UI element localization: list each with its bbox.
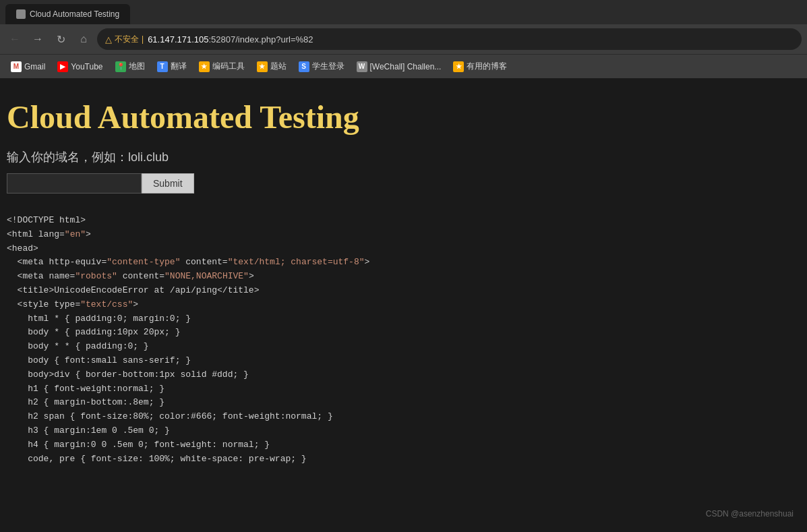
translate-icon: T (157, 61, 168, 72)
active-tab[interactable]: Cloud Automated Testing (5, 4, 130, 24)
address-text: 61.147.171.105:52807/index.php?url=%82 (148, 34, 794, 45)
bookmark-tools-label: 编码工具 (212, 61, 245, 72)
code-line-11: body { font:small sans-serif; } (7, 354, 800, 368)
bookmark-maps[interactable]: 📍 地图 (110, 58, 150, 75)
topics-icon: ★ (257, 61, 268, 72)
home-button[interactable]: ⌂ (74, 30, 93, 49)
page-content: Cloud Automated Testing 输入你的域名，例如：loli.c… (0, 78, 807, 532)
back-button[interactable]: ← (5, 30, 24, 49)
tab-bar: Cloud Automated Testing (0, 0, 807, 24)
maps-icon: 📍 (115, 61, 126, 72)
address-domain: 61.147.171.105 (148, 34, 208, 45)
code-line-5: <meta name="robots" content="NONE,NOARCH… (7, 270, 800, 284)
bookmark-translate[interactable]: T 翻译 (152, 58, 192, 75)
bookmark-translate-label: 翻译 (171, 61, 187, 72)
forward-button[interactable]: → (28, 30, 47, 49)
bookmark-youtube-label: YouTube (71, 62, 102, 71)
bookmarks-bar: M Gmail ▶ YouTube 📍 地图 T 翻译 ★ 编码工具 ★ 题站 … (0, 54, 807, 78)
code-display: <!DOCTYPE html> <html lang="en"> <head> … (0, 214, 807, 466)
code-line-15: h2 span { font-size:80%; color:#666; fon… (7, 410, 800, 424)
code-line-12: body>div { border-bottom:1px solid #ddd;… (7, 368, 800, 382)
bookmark-tools[interactable]: ★ 编码工具 (193, 58, 250, 75)
watermark: CSDN @asenzhenshuai (706, 509, 794, 519)
bookmark-useful[interactable]: ★ 有用的博客 (448, 58, 512, 75)
code-line-4: <meta http-equiv="content-type" content=… (7, 256, 800, 270)
bookmark-useful-label: 有用的博客 (467, 61, 507, 72)
code-line-2: <html lang="en"> (7, 228, 800, 242)
watermark-text: CSDN @asenzhenshuai (706, 509, 794, 519)
bookmark-wechall[interactable]: W [WeChall] Challen... (351, 59, 447, 75)
bookmark-topics-label: 题站 (270, 61, 287, 72)
gmail-icon: M (11, 61, 22, 72)
domain-input[interactable] (7, 173, 142, 194)
tab-favicon (16, 9, 26, 19)
form-area: Submit (0, 173, 807, 194)
security-icon: △ (105, 34, 112, 45)
code-line-3: <head> (7, 242, 800, 256)
navigation-toolbar: ← → ↻ ⌂ △ 不安全 | 61.147.171.105:52807/ind… (0, 24, 807, 54)
youtube-icon: ▶ (57, 61, 68, 72)
bookmark-maps-label: 地图 (129, 61, 145, 72)
submit-button[interactable]: Submit (142, 173, 194, 194)
browser-chrome: Cloud Automated Testing ← → ↻ ⌂ △ 不安全 | … (0, 0, 807, 78)
code-line-6: <title>UnicodeEncodeError at /api/ping</… (7, 284, 800, 298)
code-line-1: <!DOCTYPE html> (7, 214, 800, 228)
code-line-8: html * { padding:0; margin:0; } (7, 312, 800, 326)
code-line-18: code, pre { font-size: 100%; white-space… (7, 452, 800, 467)
bookmark-gmail[interactable]: M Gmail (5, 59, 51, 75)
reload-button[interactable]: ↻ (51, 30, 70, 49)
code-line-10: body * * { padding:0; } (7, 340, 800, 354)
bookmark-student[interactable]: S 学生登录 (293, 58, 350, 75)
useful-icon: ★ (453, 61, 464, 72)
tools-icon: ★ (199, 61, 210, 72)
address-bar[interactable]: △ 不安全 | 61.147.171.105:52807/index.php?u… (97, 28, 802, 50)
code-line-17: h4 { margin:0 0 .5em 0; font-weight: nor… (7, 438, 800, 452)
bookmark-gmail-label: Gmail (24, 62, 45, 71)
bookmark-youtube[interactable]: ▶ YouTube (52, 59, 108, 75)
wechall-icon: W (357, 61, 367, 72)
bookmark-topics[interactable]: ★ 题站 (251, 58, 292, 75)
code-line-14: h2 { margin-bottom:.8em; } (7, 396, 800, 410)
student-icon: S (299, 61, 309, 72)
code-line-13: h1 { font-weight:normal; } (7, 382, 800, 396)
security-warning: △ 不安全 | (105, 34, 144, 45)
code-line-9: body * { padding:10px 20px; } (7, 326, 800, 340)
address-path: :52807/index.php?url=%82 (209, 34, 313, 45)
code-line-16: h3 { margin:1em 0 .5em 0; } (7, 424, 800, 438)
subtitle: 输入你的域名，例如：loli.club (0, 149, 807, 165)
code-line-7: <style type="text/css"> (7, 298, 800, 312)
tab-title: Cloud Automated Testing (30, 9, 119, 19)
bookmark-student-label: 学生登录 (312, 61, 345, 72)
bookmark-wechall-label: [WeChall] Challen... (370, 62, 442, 71)
page-title: Cloud Automated Testing (0, 98, 807, 136)
